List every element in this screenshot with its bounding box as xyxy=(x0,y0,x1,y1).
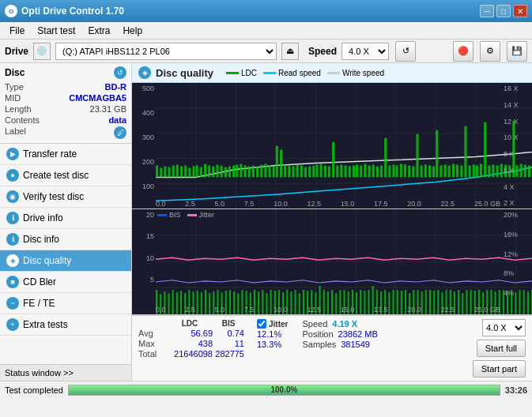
svg-rect-37 xyxy=(248,167,251,178)
chart1-container: 500400300200100 16 X14 X12 X10 X8 X6 X4 … xyxy=(132,83,532,209)
create-test-disc-icon: ● xyxy=(6,169,19,182)
chart1-y-right: 16 X14 X12 X10 X8 X6 X4 X2 X xyxy=(502,83,532,208)
sidebar-item-create-test-disc[interactable]: ● Create test disc xyxy=(0,165,131,186)
speed-select[interactable]: 4.0 X xyxy=(341,43,389,60)
menu-file[interactable]: File xyxy=(3,24,31,38)
chart2-y-left: 2015105 xyxy=(132,209,156,299)
sidebar-item-disc-quality[interactable]: ◈ Disc quality xyxy=(0,250,131,272)
sidebar-item-disc-info[interactable]: ℹ Disc info xyxy=(0,229,131,250)
sidebar-item-drive-info-label: Drive info xyxy=(23,212,63,224)
disc-label-icon[interactable]: 🖊 xyxy=(114,126,126,139)
svg-rect-90 xyxy=(460,166,462,178)
disc-label-label: Label xyxy=(5,126,26,139)
sidebar-item-verify-test-disc[interactable]: ◉ Verify test disc xyxy=(0,186,131,208)
drive-bar: Drive 💿 (Q:) ATAPI iHBS112 2 PL06 ⏏ Spee… xyxy=(0,39,532,63)
disc-type-label: Type xyxy=(5,82,24,92)
svg-rect-79 xyxy=(416,134,418,178)
svg-rect-81 xyxy=(424,165,427,178)
svg-rect-22 xyxy=(188,168,191,178)
jitter-legend-label: Jitter xyxy=(199,211,215,219)
total-label: Total xyxy=(138,349,167,359)
position-value: 23862 MB xyxy=(338,329,378,339)
verify-test-disc-icon: ◉ xyxy=(6,190,19,203)
info-button[interactable]: 🔴 xyxy=(453,41,474,62)
svg-rect-34 xyxy=(236,165,238,178)
svg-rect-29 xyxy=(216,165,218,178)
chart2-svg xyxy=(156,209,532,314)
svg-rect-76 xyxy=(404,165,406,178)
status-window-button[interactable]: Status window >> xyxy=(0,364,131,381)
svg-rect-97 xyxy=(488,166,490,178)
jitter-legend-color xyxy=(187,214,197,216)
chart2-x-axis: 0.02.55.07.510.012.515.017.520.022.525.0… xyxy=(156,306,500,314)
svg-rect-60 xyxy=(340,165,342,178)
svg-rect-32 xyxy=(228,167,231,178)
sidebar-item-transfer-rate[interactable]: ▶ Transfer rate xyxy=(0,144,131,165)
read-speed-legend-color xyxy=(263,72,276,74)
svg-rect-71 xyxy=(384,138,387,178)
bis-legend-color xyxy=(157,214,167,216)
minimize-button[interactable]: ─ xyxy=(480,5,494,17)
action-col: 4.0 X Start full Start part xyxy=(473,319,526,378)
svg-rect-66 xyxy=(364,164,366,178)
charts-area: 500400300200100 16 X14 X12 X10 X8 X6 X4 … xyxy=(132,83,532,381)
menu-bar: File Start test Extra Help xyxy=(0,22,532,39)
svg-rect-40 xyxy=(260,165,262,178)
svg-rect-57 xyxy=(328,167,330,178)
sidebar-item-drive-info[interactable]: ℹ Drive info xyxy=(0,208,131,229)
window-controls: ─ □ ✕ xyxy=(480,5,527,17)
eject-button[interactable]: ⏏ xyxy=(281,43,299,60)
sidebar-item-fe-te[interactable]: ~ FE / TE xyxy=(0,293,131,314)
max-label: Max xyxy=(138,339,167,348)
svg-rect-49 xyxy=(296,165,299,178)
svg-rect-89 xyxy=(456,165,458,178)
start-part-button[interactable]: Start part xyxy=(473,360,526,378)
svg-rect-28 xyxy=(212,167,214,178)
disc-mid-value: CMCMAGBA5 xyxy=(69,93,126,103)
stats-footer: LDC BIS Avg 56.69 0.74 Max 438 11 Tota xyxy=(132,315,532,381)
sidebar-item-extra-tests[interactable]: + Extra tests xyxy=(0,314,131,336)
svg-rect-35 xyxy=(240,164,242,178)
chart2-y-right: 20%16%12%8%4% xyxy=(502,209,532,299)
close-button[interactable]: ✕ xyxy=(513,5,527,17)
svg-rect-68 xyxy=(372,165,375,178)
svg-rect-46 xyxy=(284,165,286,178)
disc-refresh-icon[interactable]: ↺ xyxy=(114,66,126,79)
progress-text: 100.0% xyxy=(69,385,500,395)
bis-legend-label: BIS xyxy=(169,211,181,219)
svg-rect-67 xyxy=(368,166,370,178)
menu-help[interactable]: Help xyxy=(116,24,149,38)
jitter-max: 13.3% xyxy=(257,340,288,349)
save-button[interactable]: 💾 xyxy=(507,41,527,62)
disc-title: Disc xyxy=(5,67,25,78)
content-icon: ◈ xyxy=(138,66,151,79)
svg-rect-36 xyxy=(244,166,247,178)
speed-stat-value: 4.19 X xyxy=(332,319,357,329)
svg-rect-39 xyxy=(256,167,258,178)
svg-rect-48 xyxy=(292,167,294,178)
cd-bler-icon: ■ xyxy=(6,276,19,288)
content-title: Disc quality xyxy=(156,67,213,79)
start-full-button[interactable]: Start full xyxy=(477,340,526,357)
svg-rect-87 xyxy=(448,166,451,178)
refresh-button[interactable]: ↺ xyxy=(395,41,416,62)
menu-extra[interactable]: Extra xyxy=(81,24,116,38)
jitter-avg: 12.1% xyxy=(257,329,288,339)
app-title: Opti Drive Control 1.70 xyxy=(21,6,124,17)
position-label: Position xyxy=(302,329,333,339)
disc-contents-value: data xyxy=(108,115,126,125)
svg-rect-19 xyxy=(176,165,179,178)
settings-button[interactable]: ⚙ xyxy=(480,41,500,62)
app-icon: O xyxy=(5,5,17,17)
extra-tests-icon: + xyxy=(6,318,19,331)
menu-start-test[interactable]: Start test xyxy=(31,24,81,38)
maximize-button[interactable]: □ xyxy=(496,5,511,17)
samples-label: Samples xyxy=(302,340,336,349)
read-speed-legend-label: Read speed xyxy=(278,69,321,77)
drive-select[interactable]: (Q:) ATAPI iHBS112 2 PL06 xyxy=(55,43,277,60)
svg-rect-55 xyxy=(320,164,323,178)
jitter-checkbox[interactable] xyxy=(257,319,266,329)
sidebar-item-cd-bler[interactable]: ■ CD Bler xyxy=(0,272,131,293)
svg-rect-25 xyxy=(200,167,202,178)
action-speed-select[interactable]: 4.0 X xyxy=(482,319,526,336)
